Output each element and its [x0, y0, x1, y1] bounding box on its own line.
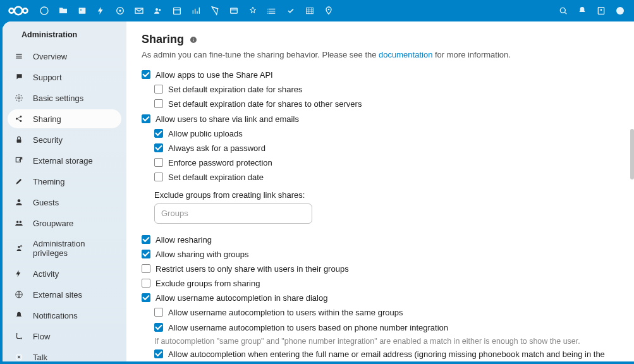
- svg-point-5: [80, 9, 82, 11]
- checkbox-ask_password[interactable]: [154, 143, 163, 152]
- notes-icon[interactable]: [206, 2, 224, 20]
- label-def_exp: Set default expiration date: [168, 172, 264, 183]
- svg-rect-11: [231, 8, 238, 13]
- svg-point-29: [20, 221, 21, 224]
- sidebar-item-security[interactable]: Security: [8, 130, 121, 149]
- sidebar-item-basic-settings[interactable]: Basic settings: [8, 88, 121, 107]
- talk-icon: [14, 352, 24, 361]
- svg-point-24: [20, 120, 21, 122]
- notifications-icon[interactable]: [573, 2, 591, 20]
- sidebar-item-notifications[interactable]: Notifications: [8, 306, 121, 325]
- sidebar-item-overview[interactable]: Overview: [8, 47, 121, 66]
- setting-resharing: Allow resharing: [142, 234, 619, 246]
- dashboard-icon[interactable]: [35, 2, 53, 20]
- groups-input[interactable]: [154, 203, 312, 224]
- checkbox-autocomplete[interactable]: [142, 293, 150, 302]
- checkbox-resharing[interactable]: [142, 235, 150, 244]
- sidebar-item-label: Basic settings: [33, 94, 83, 103]
- label-ac_full: Allow autocompletion when entering the f…: [168, 349, 619, 361]
- polls-icon[interactable]: [282, 2, 300, 20]
- setting-restrict_groups: Restrict users to only share with users …: [142, 264, 619, 275]
- sidebar-item-support[interactable]: Support: [8, 68, 121, 87]
- checkbox-public_uploads[interactable]: [154, 129, 163, 138]
- checkbox-ac_same_groups[interactable]: [154, 308, 163, 317]
- settings-icon[interactable]: [611, 2, 629, 20]
- checkbox-ac_phone[interactable]: [154, 323, 163, 332]
- bell-icon: [14, 310, 24, 320]
- setting-enforce_password: Enforce password protection: [154, 157, 619, 169]
- share-icon: [14, 114, 24, 124]
- deck-icon[interactable]: [225, 2, 243, 20]
- group-icon: [14, 218, 24, 228]
- sidebar-item-external-storage[interactable]: External storage: [8, 151, 121, 170]
- sidebar-item-administration-privileges[interactable]: Administration privileges: [8, 234, 121, 262]
- page-description: As admin you can fine-tune the sharing b…: [142, 50, 619, 59]
- documentation-link[interactable]: documentation: [379, 50, 432, 59]
- sidebar-item-activity[interactable]: Activity: [8, 264, 121, 283]
- svg-point-2: [23, 8, 27, 13]
- checkbox-restrict_groups[interactable]: [142, 264, 150, 273]
- tables-icon[interactable]: [301, 2, 319, 20]
- svg-rect-15: [307, 8, 314, 13]
- svg-point-0: [15, 7, 22, 15]
- setting-public_uploads: Allow public uploads: [154, 128, 619, 140]
- comment-icon: [14, 72, 24, 82]
- mail-icon[interactable]: [130, 2, 148, 20]
- checkbox-ac_full[interactable]: [154, 349, 163, 358]
- logo[interactable]: [5, 5, 32, 16]
- scrollbar-thumb[interactable]: [630, 129, 634, 179]
- sidebar-item-guests[interactable]: Guests: [8, 193, 121, 212]
- talk-icon[interactable]: [111, 2, 129, 20]
- sidebar-item-theming[interactable]: Theming: [8, 172, 121, 191]
- label-ac_phone: Allow username autocompletion to users b…: [168, 322, 448, 334]
- bookmarks-icon[interactable]: [244, 2, 262, 20]
- svg-point-21: [18, 97, 20, 99]
- setting-ac_same_groups: Allow username autocompletion to users w…: [154, 307, 619, 318]
- sidebar-item-groupware[interactable]: Groupware: [8, 214, 121, 233]
- sidebar-item-sharing[interactable]: Sharing: [8, 109, 121, 128]
- sidebar-title: Administration: [8, 30, 121, 47]
- app-icons: [35, 2, 554, 20]
- sidebar-item-label: Administration privileges: [33, 239, 115, 258]
- label-autocomplete: Allow username autocompletion in share d…: [155, 293, 327, 304]
- flow-icon: [14, 331, 24, 341]
- checkbox-enforce_password[interactable]: [154, 158, 163, 167]
- checkbox-def_exp[interactable]: [154, 173, 163, 181]
- svg-point-8: [155, 8, 158, 11]
- topbar-right: [554, 2, 629, 20]
- contacts-menu-icon[interactable]: [592, 2, 610, 20]
- checkbox-share_groups[interactable]: [142, 250, 150, 258]
- setting-autocomplete: Allow username autocompletion in share d…: [142, 293, 619, 304]
- maps-icon[interactable]: [320, 2, 338, 20]
- sidebar-item-label: Groupware: [33, 219, 73, 228]
- sidebar-item-flow[interactable]: Flow: [8, 327, 121, 346]
- label-def_exp_shares: Set default expiration date for shares: [168, 84, 302, 95]
- setting-link_email: Allow users to share via link and emails: [142, 114, 619, 125]
- svg-point-27: [18, 199, 21, 202]
- checkbox-link_email[interactable]: [142, 114, 150, 123]
- sidebar-item-talk[interactable]: Talk: [8, 348, 121, 361]
- list-icon: [14, 51, 24, 61]
- files-icon[interactable]: [54, 2, 72, 20]
- sidebar-item-label: Flow: [33, 332, 50, 341]
- photos-icon[interactable]: [73, 2, 91, 20]
- label-enforce_password: Enforce password protection: [168, 157, 272, 169]
- info-icon[interactable]: [189, 35, 198, 44]
- calendar-icon[interactable]: [168, 2, 186, 20]
- setting-def_exp: Set default expiration date: [154, 172, 619, 183]
- tasks-icon[interactable]: [263, 2, 281, 20]
- svg-point-34: [20, 337, 21, 339]
- contacts-icon[interactable]: [149, 2, 167, 20]
- label-share_api: Allow apps to use the Share API: [155, 70, 273, 81]
- activity-icon[interactable]: [92, 2, 110, 20]
- checkbox-exclude_groups[interactable]: [142, 279, 150, 288]
- checkbox-def_exp_other[interactable]: [154, 99, 163, 108]
- svg-point-1: [9, 8, 14, 13]
- sidebar-item-external-sites[interactable]: External sites: [8, 285, 121, 304]
- checkbox-def_exp_shares[interactable]: [154, 85, 163, 94]
- checkbox-share_api[interactable]: [142, 70, 150, 79]
- label-link_email: Allow users to share via link and emails: [155, 114, 299, 125]
- svg-point-12: [267, 9, 268, 9]
- search-icon[interactable]: [554, 2, 572, 20]
- analytics-icon[interactable]: [187, 2, 205, 20]
